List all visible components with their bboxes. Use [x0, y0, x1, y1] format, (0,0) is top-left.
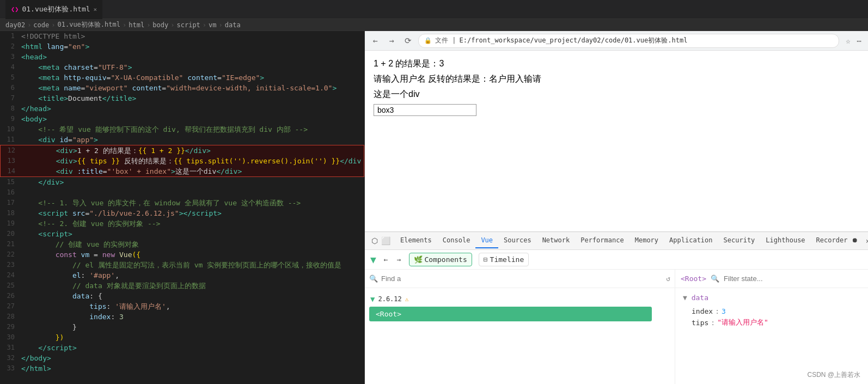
line-content: <meta http-equiv="X-UA-Compatible" conte…	[19, 72, 364, 83]
more-button[interactable]: ⋯	[855, 35, 864, 46]
page-line3: 这是一个div	[374, 88, 859, 101]
code-line: 1<!DOCTYPE html>	[0, 31, 364, 41]
vue-filter-input[interactable]	[724, 275, 863, 283]
forward-button[interactable]: →	[386, 35, 398, 47]
code-line: 32</body>	[0, 353, 364, 363]
page-line1: 1 + 2 的结果是：3	[374, 57, 859, 70]
more-tabs-icon[interactable]: »	[866, 236, 868, 245]
line-number: 16	[0, 187, 19, 198]
devtools-body: ▼ ← → 🌿 Components ⊟ Timeline	[365, 250, 868, 384]
bookmark-button[interactable]: ☆	[843, 35, 852, 46]
tab-bar: ❮❯ 01.vue初体验.html ×	[0, 0, 868, 19]
breadcrumb-item[interactable]: day02	[5, 21, 25, 29]
vue-search-input[interactable]	[381, 275, 663, 283]
breadcrumb-item[interactable]: code	[33, 21, 49, 29]
tab-close-button[interactable]: ×	[94, 6, 97, 13]
prop-value-index: 3	[722, 307, 726, 315]
tab-memory[interactable]: Memory	[629, 233, 664, 248]
page-content: 1 + 2 的结果是：3 请输入用户名 反转的结果是：名户用入输请 这是一个di…	[365, 51, 868, 231]
line-content: // data 对象就是要渲染到页面上的数据	[19, 281, 364, 291]
device-icon[interactable]: ⬜	[381, 236, 390, 245]
code-line: 26 data: {	[0, 291, 364, 301]
line-content: <title>Document</title>	[19, 93, 364, 103]
tab-vue[interactable]: Vue	[475, 233, 498, 248]
vue-timeline-tab[interactable]: ⊟ Timeline	[479, 253, 529, 266]
line-number: 29	[0, 322, 19, 332]
breadcrumb-item[interactable]: 01.vue初体验.html	[58, 20, 120, 29]
watermark: CSDN @上善若水	[807, 370, 860, 380]
line-number: 9	[0, 114, 19, 124]
code-line: 20 <script>	[0, 229, 364, 239]
code-line: 16	[0, 187, 364, 198]
secure-icon: 🔒	[424, 37, 432, 44]
code-line: 11 <div id="app">	[0, 135, 364, 145]
code-line: 23 // el 属性是固定的写法，表示当前 vm 实例要控制页面上的哪个区域，…	[0, 260, 364, 270]
vue-components-tab[interactable]: 🌿 Components	[409, 253, 472, 266]
code-line: 27 tips: '请输入用户名',	[0, 301, 364, 312]
breadcrumb-item[interactable]: html	[129, 21, 144, 29]
breadcrumb-item[interactable]: script	[177, 21, 200, 29]
back-button[interactable]: ←	[369, 35, 381, 47]
line-number: 20	[0, 229, 19, 239]
line-content: <script>	[19, 229, 364, 239]
code-line: 6 <meta name="viewport" content="width=d…	[0, 83, 364, 93]
vue-state-prop-tips: tips : "请输入用户名"	[683, 316, 860, 328]
vue-forward-btn[interactable]: →	[396, 254, 402, 265]
tab-console[interactable]: Console	[437, 233, 476, 248]
tab-recorder[interactable]: Recorder ⏺	[811, 233, 864, 248]
main-area: 1<!DOCTYPE html>2<html lang="en">3<head>…	[0, 31, 868, 384]
line-content: <!-- 2. 创建 vue 的实例对象 -->	[19, 218, 364, 229]
code-line: 19 <!-- 2. 创建 vue 的实例对象 -->	[0, 218, 364, 229]
line-number: 25	[0, 281, 19, 291]
code-line: 31 </script>	[0, 343, 364, 353]
line-number: 4	[0, 62, 19, 72]
vue-refresh-icon[interactable]: ↺	[666, 275, 670, 283]
tab-elements[interactable]: Elements	[395, 233, 437, 248]
code-line: 10 <!-- 希望 vue 能够控制下面的这个 div, 帮我们在把数据填充到…	[0, 124, 364, 135]
tab-lighthouse[interactable]: Lighthouse	[760, 233, 810, 248]
breadcrumb-item[interactable]: data	[225, 21, 241, 29]
box3-input[interactable]	[374, 104, 476, 116]
breadcrumb-item[interactable]: body	[152, 21, 168, 29]
line-number: 31	[0, 343, 19, 353]
prop-key-tips: tips	[692, 319, 708, 327]
line-number: 6	[0, 83, 19, 93]
line-content: <meta name="viewport" content="width=dev…	[19, 83, 364, 93]
inspect-icon[interactable]: ⬡	[371, 236, 378, 245]
code-line: 21 // 创建 vue 的实例对象	[0, 239, 364, 249]
line-number: 12	[1, 145, 20, 156]
devtools: ⬡ ⬜ Elements Console Vue Sources Network…	[365, 231, 868, 384]
line-number: 27	[0, 301, 19, 312]
line-number: 17	[0, 198, 19, 208]
tab-application[interactable]: Application	[664, 233, 718, 248]
code-area[interactable]: 1<!DOCTYPE html>2<html lang="en">3<head>…	[0, 31, 364, 384]
line-content: // 创建 vue 的实例对象	[19, 239, 364, 249]
vue-back-btn[interactable]: ←	[383, 254, 389, 265]
line-content: <head>	[19, 52, 364, 62]
line-number: 21	[0, 239, 19, 249]
line-content: <html lang="en">	[19, 41, 364, 52]
tab-network[interactable]: Network	[537, 233, 576, 248]
line-number: 22	[0, 249, 19, 260]
vue-component-list: ▼ 2.6.12 ⚠ <Root>	[365, 288, 675, 384]
address-bar[interactable]: 🔒 文件 | E:/front_workspace/vue_project/da…	[418, 34, 839, 48]
refresh-button[interactable]: ⟳	[402, 35, 414, 47]
code-line: 15 </div>	[0, 177, 364, 187]
tab-security[interactable]: Security	[718, 233, 761, 248]
vue-root-component[interactable]: <Root>	[369, 307, 652, 321]
tab-performance[interactable]: Performance	[575, 233, 629, 248]
breadcrumb: day02 › code › 01.vue初体验.html › html › b…	[0, 19, 868, 31]
line-number: 11	[0, 135, 19, 145]
breadcrumb-item[interactable]: vm	[209, 21, 216, 29]
line-number: 18	[0, 208, 19, 218]
editor-tab[interactable]: ❮❯ 01.vue初体验.html ×	[5, 0, 102, 19]
vue-right-panel: <Root> 🔍 ▼ data index :	[675, 270, 868, 384]
line-number: 8	[0, 103, 19, 114]
vue-state-section-key: data	[692, 294, 708, 302]
vue-timeline-label: Timeline	[490, 255, 524, 264]
vue-state-prop-index: index : 3	[683, 306, 860, 316]
prop-key-index: index	[692, 307, 713, 315]
tab-sources[interactable]: Sources	[498, 233, 537, 248]
vue-state-body: ▼ data index : 3 tips :	[675, 288, 868, 384]
line-content: <div>1 + 2 的结果是：{{ 1 + 2 }}</div>	[20, 145, 364, 156]
